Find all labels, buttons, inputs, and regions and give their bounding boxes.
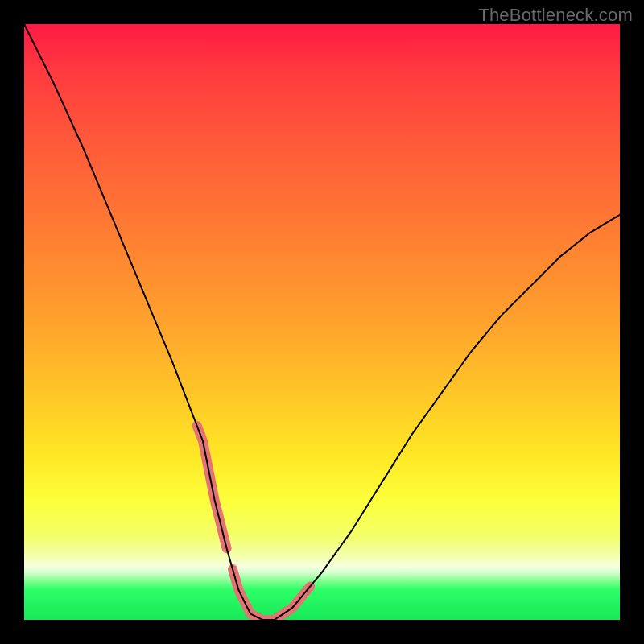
bottleneck-curve [24, 24, 620, 620]
curve-layer [24, 24, 620, 620]
watermark-text: TheBottleneck.com [478, 5, 633, 26]
chart-frame: TheBottleneck.com [0, 0, 644, 644]
plot-area [24, 24, 620, 620]
